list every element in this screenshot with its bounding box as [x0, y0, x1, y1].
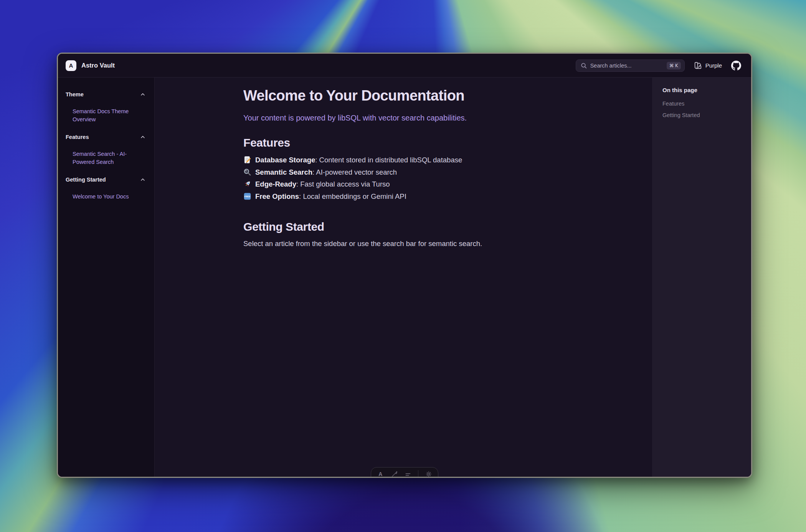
feature-item-database-storage: Database Storage: Content stored in dist…: [243, 154, 563, 166]
feature-item-free-options: FREE Free Options: Local embeddings or G…: [243, 190, 563, 203]
search-shortcut-badge: ⌘ K: [667, 62, 681, 69]
search-bar[interactable]: ⌘ K: [576, 59, 685, 72]
svg-text:FREE: FREE: [244, 195, 250, 198]
feature-label: Database Storage: [255, 156, 315, 164]
search-icon: [581, 63, 587, 69]
sidebar-section-label: Features: [66, 134, 89, 140]
astro-logo-icon[interactable]: A: [377, 470, 384, 478]
feature-item-edge-ready: Edge-Ready: Fast global access via Turso: [243, 178, 563, 190]
toc-link-features[interactable]: Features: [662, 98, 743, 109]
devbar-separator: [418, 470, 418, 478]
sidebar-section-theme: Theme Semantic Docs Theme Overview: [66, 91, 145, 123]
toc-list: Features Getting Started: [662, 98, 743, 121]
sidebar-section-features: Features Semantic Search - AI-Powered Se…: [66, 134, 145, 166]
features-heading: Features: [243, 137, 563, 149]
sidebar-nav: Theme Semantic Docs Theme Overview Featu…: [58, 78, 155, 477]
feature-label: Semantic Search: [255, 168, 312, 176]
swatch-book-icon: [694, 61, 702, 69]
memo-icon: [243, 155, 251, 164]
feature-text: : AI-powered vector search: [312, 168, 397, 176]
getting-started-heading: Getting Started: [243, 221, 563, 233]
github-icon: [731, 61, 741, 71]
main-content: Welcome to Your Documentation Your conte…: [155, 78, 652, 477]
sidebar-section-features-header[interactable]: Features: [66, 134, 145, 140]
sidebar-item-semantic-search[interactable]: Semantic Search - AI-Powered Search: [66, 150, 139, 166]
search-input[interactable]: [590, 63, 663, 69]
on-this-page-panel: On this page Features Getting Started: [652, 78, 751, 477]
feature-item-semantic-search: Semantic Search: AI-powered vector searc…: [243, 166, 563, 178]
audit-lines-icon[interactable]: [405, 470, 412, 478]
feature-text: : Content stored in distributed libSQL d…: [315, 156, 462, 164]
page-subtitle: Your content is powered by libSQL with v…: [243, 113, 563, 123]
sidebar-item-semantic-docs-theme-overview[interactable]: Semantic Docs Theme Overview: [66, 107, 139, 123]
feature-text: : Local embeddings or Gemini API: [299, 192, 406, 200]
chevron-up-icon: [140, 178, 145, 182]
feature-label: Edge-Ready: [255, 180, 296, 188]
getting-started-text: Select an article from the sidebar or us…: [243, 239, 563, 249]
chevron-up-icon: [140, 135, 145, 139]
brand[interactable]: A Astro Vault: [66, 60, 115, 71]
app-logo: A: [66, 60, 76, 71]
feature-text: : Fast global access via Turso: [296, 180, 390, 188]
rocket-icon: [243, 180, 251, 188]
app-header: A Astro Vault ⌘ K: [58, 54, 751, 78]
desktop-wallpaper: { "header": { "logo_letter": "A", "app_t…: [0, 0, 806, 532]
toc-title: On this page: [662, 87, 743, 93]
inspect-pen-icon[interactable]: [391, 470, 398, 478]
chevron-up-icon: [140, 93, 145, 96]
app-title: Astro Vault: [81, 62, 115, 69]
theme-switcher-button[interactable]: Purple: [694, 61, 722, 69]
github-link[interactable]: [731, 61, 741, 71]
toc-link-getting-started[interactable]: Getting Started: [662, 109, 743, 121]
sidebar-section-getting-started-header[interactable]: Getting Started: [66, 177, 145, 183]
sidebar-section-label: Getting Started: [66, 177, 106, 183]
feature-label: Free Options: [255, 192, 299, 200]
sidebar-section-theme-header[interactable]: Theme: [66, 91, 145, 97]
astro-dev-toolbar[interactable]: A: [371, 467, 438, 478]
settings-gear-icon[interactable]: [425, 470, 432, 478]
free-badge-icon: FREE: [243, 192, 251, 200]
feature-list: Database Storage: Content stored in dist…: [243, 154, 563, 203]
app-window: A Astro Vault ⌘ K: [57, 53, 752, 478]
header-actions: ⌘ K Purple: [576, 59, 741, 72]
magnifier-icon: [243, 168, 251, 176]
sidebar-item-welcome-to-your-docs[interactable]: Welcome to Your Docs: [66, 193, 139, 201]
app-logo-letter: A: [69, 62, 73, 69]
theme-switcher-label: Purple: [705, 62, 722, 69]
sidebar-section-getting-started: Getting Started Welcome to Your Docs: [66, 177, 145, 201]
page-title: Welcome to Your Documentation: [243, 87, 563, 104]
sidebar-section-label: Theme: [66, 91, 84, 97]
